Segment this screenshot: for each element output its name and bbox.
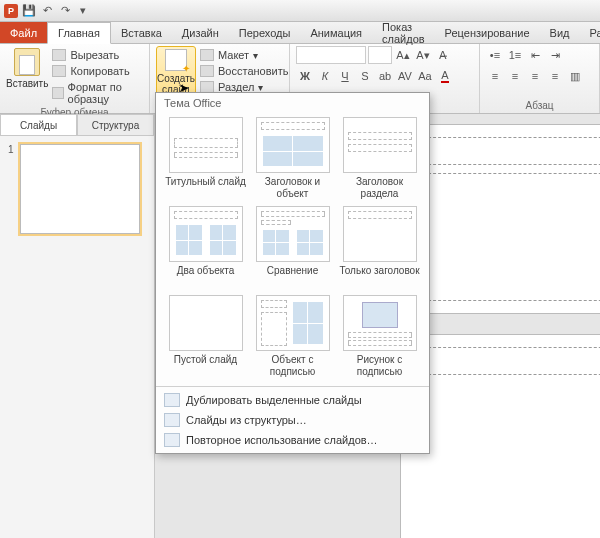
tab-extra[interactable]: Расклад bbox=[579, 22, 600, 43]
numbering-button[interactable]: 1≡ bbox=[506, 46, 524, 64]
layout-title-slide[interactable]: Титульный слайд bbox=[164, 117, 247, 200]
panel-tab-slides[interactable]: Слайды bbox=[0, 114, 77, 135]
paste-button[interactable]: Вставить bbox=[6, 46, 48, 89]
tab-review[interactable]: Рецензирование bbox=[435, 22, 540, 43]
app-icon: P bbox=[4, 4, 18, 18]
cut-button[interactable]: Вырезать bbox=[52, 48, 143, 62]
tab-view[interactable]: Вид bbox=[540, 22, 580, 43]
font-name-input[interactable] bbox=[296, 46, 366, 64]
font-color-button[interactable]: A bbox=[436, 67, 454, 85]
layout-button[interactable]: Макет ▾ bbox=[200, 48, 288, 62]
strike-button[interactable]: S bbox=[356, 67, 374, 85]
title-placeholder[interactable] bbox=[413, 137, 600, 165]
outline-icon bbox=[164, 413, 180, 427]
gallery-theme-label: Тема Office bbox=[156, 93, 429, 113]
group-paragraph: •≡ 1≡ ⇤ ⇥ ≡ ≡ ≡ ≡ ▥ Абзац bbox=[480, 44, 600, 113]
underline-button[interactable]: Ч bbox=[336, 67, 354, 85]
layout-comparison[interactable]: Сравнение bbox=[251, 206, 334, 289]
indent-dec-button[interactable]: ⇤ bbox=[526, 46, 544, 64]
reset-button[interactable]: Восстановить bbox=[200, 64, 288, 78]
new-slide-button[interactable]: Создать слайд ➤ bbox=[156, 46, 196, 98]
tab-animations[interactable]: Анимация bbox=[300, 22, 372, 43]
columns-button[interactable]: ▥ bbox=[566, 67, 584, 85]
layout-content-caption[interactable]: Объект с подписью bbox=[251, 295, 334, 378]
shrink-font-button[interactable]: A▾ bbox=[414, 46, 432, 64]
reset-label: Восстановить bbox=[218, 65, 288, 77]
new-slide-gallery: Тема Office Титульный слайд Заголовок и … bbox=[155, 92, 430, 454]
copy-button[interactable]: Копировать bbox=[52, 64, 143, 78]
justify-button[interactable]: ≡ bbox=[546, 67, 564, 85]
align-right-button[interactable]: ≡ bbox=[526, 67, 544, 85]
indent-inc-button[interactable]: ⇥ bbox=[546, 46, 564, 64]
layout-section-header[interactable]: Заголовок раздела bbox=[338, 117, 421, 200]
group-paragraph-label: Абзац bbox=[486, 99, 593, 113]
tab-insert[interactable]: Вставка bbox=[111, 22, 172, 43]
bullets-button[interactable]: •≡ bbox=[486, 46, 504, 64]
gallery-duplicate[interactable]: Дублировать выделенные слайды bbox=[156, 390, 429, 410]
italic-button[interactable]: К bbox=[316, 67, 334, 85]
paste-icon bbox=[14, 48, 40, 76]
copy-icon bbox=[52, 65, 66, 77]
title-bar: P 💾 ↶ ↷ ▾ bbox=[0, 0, 600, 22]
clear-format-button[interactable]: A̶ bbox=[434, 46, 452, 64]
layout-label: Макет bbox=[218, 49, 249, 61]
tab-home[interactable]: Главная bbox=[47, 22, 111, 44]
tab-design[interactable]: Дизайн bbox=[172, 22, 229, 43]
gallery-from-outline[interactable]: Слайды из структуры… bbox=[156, 410, 429, 430]
brush-icon bbox=[52, 87, 63, 99]
gallery-reuse[interactable]: Повторное использование слайдов… bbox=[156, 430, 429, 450]
reset-icon bbox=[200, 65, 214, 77]
cut-icon bbox=[52, 49, 66, 61]
slides-panel: Слайды Структура 1 bbox=[0, 114, 155, 538]
font-size-input[interactable] bbox=[368, 46, 392, 64]
content-placeholder[interactable] bbox=[413, 173, 600, 301]
tab-transitions[interactable]: Переходы bbox=[229, 22, 301, 43]
align-left-button[interactable]: ≡ bbox=[486, 67, 504, 85]
group-clipboard: Вставить Вырезать Копировать Формат по о… bbox=[0, 44, 150, 113]
spacing-button[interactable]: AV bbox=[396, 67, 414, 85]
redo-icon[interactable]: ↷ bbox=[58, 4, 72, 18]
layout-two-content[interactable]: Два объекта bbox=[164, 206, 247, 289]
new-slide-icon bbox=[165, 49, 187, 71]
slide-thumbnail[interactable] bbox=[20, 144, 140, 234]
qat-more-icon[interactable]: ▾ bbox=[76, 4, 90, 18]
grow-font-button[interactable]: A▴ bbox=[394, 46, 412, 64]
bold-button[interactable]: Ж bbox=[296, 67, 314, 85]
align-center-button[interactable]: ≡ bbox=[506, 67, 524, 85]
layout-title-only[interactable]: Только заголовок bbox=[338, 206, 421, 289]
duplicate-icon bbox=[164, 393, 180, 407]
title-placeholder[interactable] bbox=[413, 347, 600, 375]
ribbon-tabs: Файл Главная Вставка Дизайн Переходы Ани… bbox=[0, 22, 600, 44]
tab-slideshow[interactable]: Показ слайдов bbox=[372, 22, 435, 43]
layout-title-content[interactable]: Заголовок и объект bbox=[251, 117, 334, 200]
layout-blank[interactable]: Пустой слайд bbox=[164, 295, 247, 378]
slide-preview[interactable] bbox=[400, 124, 600, 314]
cut-label: Вырезать bbox=[70, 49, 119, 61]
layout-picture-caption[interactable]: Рисунок с подписью bbox=[338, 295, 421, 378]
thumb-number: 1 bbox=[8, 144, 14, 234]
reuse-icon bbox=[164, 433, 180, 447]
save-icon[interactable]: 💾 bbox=[22, 4, 36, 18]
copy-label: Копировать bbox=[70, 65, 129, 77]
format-painter-label: Формат по образцу bbox=[68, 81, 143, 105]
undo-icon[interactable]: ↶ bbox=[40, 4, 54, 18]
case-button[interactable]: Aa bbox=[416, 67, 434, 85]
paste-label: Вставить bbox=[6, 78, 48, 89]
slide-preview-next[interactable] bbox=[400, 334, 600, 538]
tab-file[interactable]: Файл bbox=[0, 22, 47, 43]
panel-tab-outline[interactable]: Структура bbox=[77, 114, 154, 135]
layout-icon bbox=[200, 49, 214, 61]
shadow-button[interactable]: ab bbox=[376, 67, 394, 85]
format-painter-button[interactable]: Формат по образцу bbox=[52, 80, 143, 106]
